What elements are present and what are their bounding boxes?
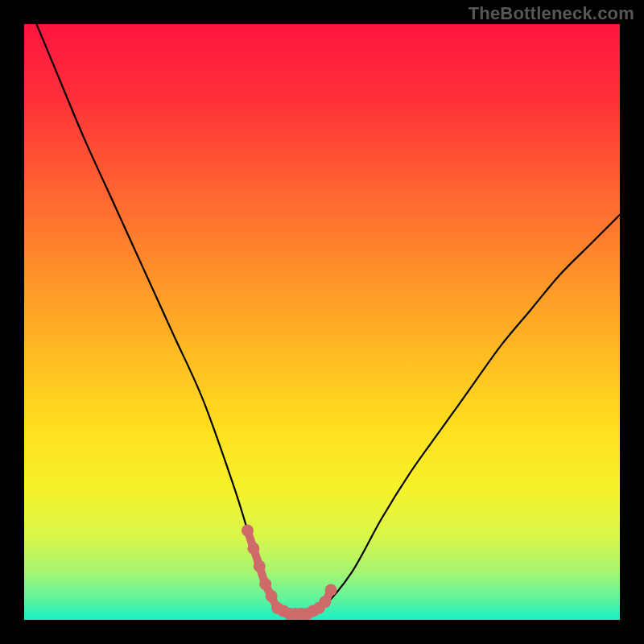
highlight-marker <box>259 578 271 590</box>
highlight-marker <box>242 525 254 537</box>
chart-frame: TheBottleneck.com <box>0 0 644 644</box>
highlight-marker <box>325 584 337 597</box>
highlight-marker <box>266 590 278 602</box>
attribution-label: TheBottleneck.com <box>469 3 634 24</box>
highlight-marker <box>247 543 259 555</box>
bottleneck-chart <box>0 0 644 644</box>
highlight-marker <box>319 596 331 608</box>
plot-background <box>24 24 620 620</box>
highlight-marker <box>254 560 266 572</box>
